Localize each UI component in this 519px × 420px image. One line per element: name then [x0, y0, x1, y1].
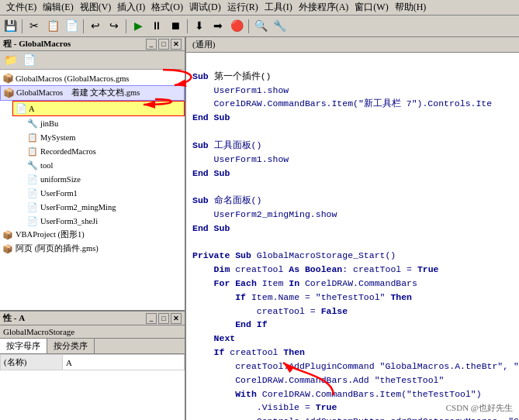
props-tab-category[interactable]: 按分类序	[47, 339, 95, 353]
menu-item-window[interactable]: 窗口(W)	[351, 1, 391, 14]
menu-item-insert[interactable]: 插入(I)	[114, 1, 148, 14]
props-panel-titlebar: 性 - A _ □ ✕	[0, 312, 185, 325]
tree-item-uniformsize[interactable]: 📄 uniformSize	[25, 172, 185, 186]
tree-item-vbaproject[interactable]: 📦 VBAProject (图形1)	[0, 228, 185, 242]
save-button[interactable]: 💾	[2, 18, 19, 35]
props-minimize-btn[interactable]: _	[146, 313, 157, 324]
run-button[interactable]: ▶	[130, 18, 147, 35]
tree-item-recordedmacros[interactable]: 📋 RecordedMacros	[25, 144, 185, 158]
code-line-11: Private Sub GlobalMacroStorage_Start()	[192, 250, 396, 260]
project-tree[interactable]: 📦 GlobalMacros (GlobalMacros.gms 📦 Globa…	[0, 70, 185, 310]
tree-toolbar: 📁 📄	[0, 51, 185, 70]
menu-item-debug[interactable]: 调试(D)	[186, 1, 224, 14]
maximize-button[interactable]: □	[158, 39, 169, 50]
toolbar-separator-5	[248, 19, 249, 33]
code-line-10: End Sub	[192, 223, 230, 233]
props-maximize-btn[interactable]: □	[158, 313, 169, 324]
code-line-2: UserForm1.show	[192, 85, 289, 95]
toolbar-separator-1	[22, 19, 22, 33]
tree-item-globalmacros1[interactable]: 📦 GlobalMacros (GlobalMacros.gms	[0, 71, 185, 85]
step-over-button[interactable]: ➡	[209, 18, 227, 35]
toolbar-separator-2	[83, 19, 84, 33]
stop-button[interactable]: ⏹	[167, 18, 184, 35]
code-line-15: creatTool = False	[192, 306, 348, 316]
props-panel-title: 性 - A	[3, 312, 25, 324]
code-line-18: If creatTool Then	[192, 347, 305, 357]
tree-item-userform2[interactable]: 📄 UserForm2_mingMing	[25, 200, 185, 214]
code-line-4: End Sub	[192, 112, 230, 122]
menu-item-edit[interactable]: 编辑(E)	[40, 1, 76, 14]
code-line-8: Sub 命名面板()	[192, 195, 261, 205]
menu-item-help[interactable]: 帮助(H)	[392, 1, 430, 14]
code-editor-header: (通用)	[186, 37, 519, 53]
copy-button[interactable]: 📋	[44, 18, 61, 35]
menu-item-run[interactable]: 运行(R)	[224, 1, 261, 14]
redo-button[interactable]: ↪	[106, 18, 123, 35]
pause-button[interactable]: ⏸	[148, 18, 165, 35]
code-line-19: creatTool.AddPluginCommand "GlobalMacros…	[192, 361, 519, 371]
code-line-6: UserForm1.show	[192, 154, 289, 164]
tree-add-button[interactable]: 📄	[20, 52, 37, 69]
menu-item-tools[interactable]: 工具(I)	[261, 1, 296, 14]
find-button[interactable]: 🔍	[252, 18, 269, 35]
tree-item-a[interactable]: 📄 A	[12, 101, 185, 116]
step-into-button[interactable]: ⬇	[191, 18, 208, 35]
code-line-23: Controls.AddCustomButton cdrCmdCategoryM…	[192, 416, 519, 420]
code-line-16: End If	[192, 319, 268, 329]
module-icon-uf3: 📄	[26, 215, 39, 227]
undo-button[interactable]: ↩	[87, 18, 104, 35]
menu-item-file[interactable]: 文件(E)	[3, 1, 40, 14]
minimize-button[interactable]: _	[146, 39, 157, 50]
prop-value-name[interactable]: A	[63, 355, 185, 370]
code-line-9: UserForm2_mingMing.show	[192, 209, 337, 219]
project-tree-panel: 程 - GlobalMacros _ □ ✕ 📁 📄 📦 GlobalM	[0, 37, 185, 312]
code-line-22: .Visible = True	[192, 402, 337, 412]
tree-item-jinbu[interactable]: 🔧 jinBu	[25, 116, 185, 130]
left-panel: 程 - GlobalMacros _ □ ✕ 📁 📄 📦 GlobalM	[0, 37, 186, 420]
props-tab-alpha[interactable]: 按字母序	[0, 339, 47, 353]
props-panel-controls: _ □ ✕	[146, 313, 182, 324]
tree-panel-title: 程 - GlobalMacros	[3, 38, 71, 50]
close-button[interactable]: ✕	[171, 39, 182, 50]
module-icon-uniformsize: 📄	[26, 173, 39, 185]
tools-btn[interactable]: 🔧	[271, 18, 288, 35]
menu-item-addins[interactable]: 外接程序(A)	[296, 1, 352, 14]
cut-button[interactable]: ✂	[26, 18, 43, 35]
code-line-7: End Sub	[192, 168, 230, 178]
code-line-5: Sub 工具面板()	[192, 140, 261, 150]
breakpoint-button[interactable]: 🔴	[228, 18, 245, 35]
code-line-1: Sub 第一个插件()	[192, 71, 271, 81]
code-line-20: CorelDRAW.CommandBars.Add "theTestTool"	[192, 375, 444, 385]
code-line-3: CorelDRAW.CommandBars.Item("新工具栏 7").Con…	[192, 98, 492, 108]
tree-item-globalmacros2[interactable]: 📦 GlobalMacros 着建 文本文档.gms	[0, 85, 185, 101]
code-context-label: (通用)	[192, 39, 215, 50]
code-editor[interactable]: Sub 第一个插件() UserForm1.show CorelDRAW.Com…	[186, 53, 519, 420]
tree-item-mysystem[interactable]: 📋 MySystem	[25, 130, 185, 144]
prop-label-name: (名称)	[1, 355, 63, 370]
main-area: 程 - GlobalMacros _ □ ✕ 📁 📄 📦 GlobalM	[0, 37, 519, 420]
code-line-12: Dim creatTool As Boolean: creatTool = Tr…	[192, 264, 439, 274]
tree-folder-icon: 📁	[2, 52, 19, 69]
paste-button[interactable]: 📄	[63, 18, 80, 35]
module-icon-a: 📄	[15, 102, 27, 115]
tree-item-userform1[interactable]: 📄 UserForm1	[25, 186, 185, 200]
tree-item-tool[interactable]: 🔧 tool	[25, 158, 185, 172]
code-line-14: If Item.Name = "theTestTool" Then	[192, 292, 412, 302]
module-icon-uf1: 📄	[26, 187, 39, 199]
code-line-21: With CorelDRAW.CommandBars.Item("theTest…	[192, 389, 482, 399]
folder-icon-2: 📦	[2, 87, 15, 99]
module-icon-jinbu: 🔧	[26, 117, 39, 129]
toolbar-separator-3	[126, 19, 126, 33]
toolbar: 💾 ✂ 📋 📄 ↩ ↪ ▶ ⏸ ⏹ ⬇ ➡ 🔴 🔍 🔧	[0, 15, 519, 37]
wangye-icon: 📦	[2, 243, 14, 255]
watermark: CSDN @也好先生	[446, 402, 513, 414]
tree-item-wangye[interactable]: 📦 阿页 (阿页的插件.gms)	[0, 242, 185, 256]
props-row-name: (名称) A	[1, 355, 185, 370]
code-line-17: Next	[192, 333, 235, 343]
code-line-13: For Each Item In CorelDRAW.CommandBars	[192, 278, 417, 288]
menu-item-view[interactable]: 视图(V)	[77, 1, 115, 14]
tree-item-userform3[interactable]: 📄 UserForm3_sheJi	[25, 214, 185, 228]
props-close-btn[interactable]: ✕	[171, 313, 182, 324]
menu-item-format[interactable]: 格式(O)	[148, 1, 186, 14]
code-editor-panel: (通用) Sub 第一个插件() UserForm1.show CorelDRA…	[186, 37, 519, 420]
